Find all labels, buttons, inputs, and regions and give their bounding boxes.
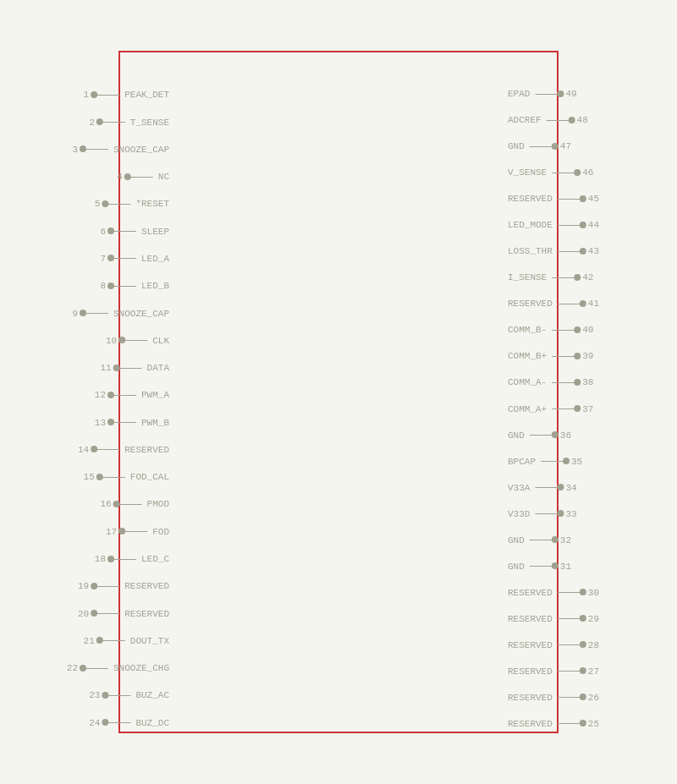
chip-body [118, 51, 559, 733]
pin-number: 4 [107, 172, 123, 182]
pin-right-39: 39 COMM_B+ [508, 351, 597, 361]
pin-number: 6 [91, 227, 106, 237]
pin-number: 49 [565, 89, 581, 99]
pin-number: 25 [588, 719, 603, 729]
pin-number: 7 [91, 254, 106, 264]
pin-label: GND [508, 430, 525, 441]
pin-dot-line [111, 231, 136, 232]
pin-dot-line [558, 225, 583, 226]
pin-dot-line [111, 559, 136, 560]
pin-right-43: 43 LOSS_THR [508, 246, 603, 256]
pin-right-26: 26 RESERVED [508, 693, 603, 703]
pin-dot-line [105, 695, 130, 696]
pin-label: PEAK_DET [124, 90, 169, 100]
pin-number: 17 [102, 527, 117, 537]
pin-dot-line [530, 435, 555, 436]
pin-dot-line [530, 146, 555, 147]
pin-number: 42 [582, 272, 597, 282]
pin-left-9: 9 SNOOZE_CAP [63, 309, 169, 319]
pin-dot-line [100, 477, 125, 478]
pin-dot-line [94, 449, 119, 450]
pin-right-28: 28 RESERVED [508, 640, 603, 650]
pin-number: 15 [80, 472, 95, 482]
pin-left-21: 21 DOUT_TX [80, 636, 169, 646]
pin-dot-line [117, 368, 142, 369]
pin-right-40: 40 COMM_B- [508, 325, 597, 335]
pin-left-18: 18 LED_C [91, 554, 169, 564]
pin-left-16: 16 PMOD [96, 499, 169, 509]
pin-right-49: 49 EPAD [508, 89, 581, 99]
pin-left-5: 5 *RESET [85, 199, 169, 209]
pin-left-11: 11 DATA [96, 363, 169, 373]
pin-number: 35 [571, 457, 586, 467]
pin-right-25: 25 RESERVED [508, 719, 603, 729]
pin-right-36: 36 GND [508, 430, 575, 441]
pin-label: GND [508, 562, 525, 572]
pin-number: 32 [560, 535, 575, 546]
pin-number: 20 [74, 609, 89, 619]
pin-dot-line [558, 199, 583, 200]
pin-label: DOUT_TX [130, 636, 169, 646]
pin-label: BUZ_AC [135, 690, 169, 700]
pin-label: COMM_B- [508, 325, 547, 335]
pin-dot-line [558, 304, 583, 304]
pin-label: RESERVED [508, 588, 553, 598]
pin-left-6: 6 SLEEP [91, 227, 169, 237]
pin-right-37: 37 COMM_A+ [508, 404, 597, 414]
pin-label: PWM_B [141, 418, 169, 428]
pin-label: RESERVED [508, 693, 553, 703]
pin-number: 3 [63, 145, 78, 155]
pin-left-7: 7 LED_A [91, 254, 169, 264]
pin-dot-line [558, 251, 583, 252]
pin-dot-line [83, 313, 108, 314]
pin-label: LED_MODE [508, 220, 553, 230]
pin-right-41: 41 RESERVED [508, 299, 603, 309]
pin-left-4: 4 NC [107, 172, 169, 182]
pin-label: RESERVED [508, 719, 553, 729]
pin-number: 34 [565, 483, 581, 493]
pin-dot-line [558, 618, 583, 619]
pin-dot-line [122, 340, 147, 341]
pin-number: 37 [582, 404, 597, 414]
pin-dot-line [105, 204, 130, 205]
pin-dot-line [535, 513, 560, 514]
pin-label: RESERVED [508, 614, 553, 624]
pin-dot-line [122, 531, 147, 532]
pin-left-23: 23 BUZ_AC [85, 690, 169, 700]
pin-dot-line [558, 592, 583, 593]
pin-dot-line [128, 177, 153, 178]
pin-left-17: 17 FOD [102, 527, 169, 537]
pin-number: 30 [588, 588, 603, 598]
pin-dot-line [100, 122, 125, 123]
pin-right-42: 42 I_SENSE [508, 272, 597, 282]
pin-right-31: 31 GND [508, 562, 575, 572]
pin-dot-line [111, 422, 136, 423]
pin-label: LOSS_THR [508, 246, 553, 256]
pin-left-19: 19 RESERVED [74, 581, 169, 591]
pin-label: DATA [147, 363, 169, 373]
pin-right-30: 30 RESERVED [508, 588, 603, 598]
pin-dot-line [558, 671, 583, 672]
pin-number: 29 [588, 614, 603, 624]
pin-label: V33D [508, 509, 530, 519]
pin-number: 23 [85, 690, 100, 700]
pin-dot-line [100, 640, 125, 641]
pin-label: SNOOZE_CAP [113, 309, 169, 319]
pin-dot-line [552, 356, 577, 357]
pin-left-2: 2 T_SENSE [80, 118, 169, 128]
pin-right-34: 34 V33A [508, 483, 581, 493]
pin-number: 28 [588, 640, 603, 650]
pin-left-14: 14 RESERVED [74, 445, 169, 455]
pin-number: 8 [91, 281, 106, 291]
pin-dot-line [552, 173, 577, 173]
pin-dot-line [83, 668, 108, 669]
pin-label: COMM_A- [508, 377, 547, 387]
pin-label: SLEEP [141, 227, 169, 237]
pin-number: 31 [560, 562, 575, 572]
pin-number: 21 [80, 636, 95, 646]
pin-dot-line [111, 258, 136, 259]
pin-label: RESERVED [124, 445, 169, 455]
pin-right-33: 33 V33D [508, 509, 581, 519]
pin-dot-line [94, 613, 119, 614]
pin-left-3: 3 SNOOZE_CAP [63, 145, 169, 155]
